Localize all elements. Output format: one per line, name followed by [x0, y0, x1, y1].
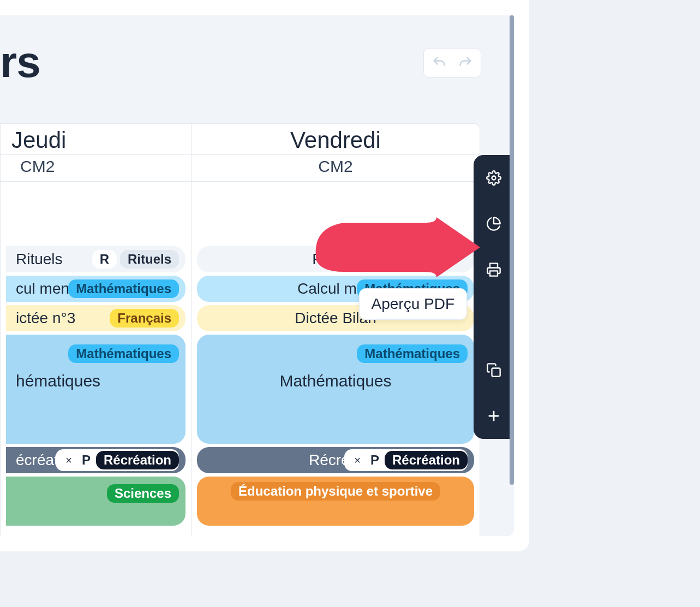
content-area: rs Jeudi CM2 Vendredi CM2: [0, 15, 514, 536]
page-title: rs: [0, 37, 40, 87]
friday-body: Rituels Calcul men Mathématiques Dictée …: [192, 182, 480, 536]
close-icon[interactable]: ×: [350, 454, 365, 467]
scrollbar-thumb[interactable]: [510, 15, 514, 485]
subject-tag: Sciences: [107, 484, 179, 503]
svg-point-0: [492, 176, 496, 180]
copy-button[interactable]: [482, 358, 506, 382]
badge-p: P: [365, 453, 385, 468]
subject-tag: Français: [110, 309, 179, 328]
recre-cluster: × P Récréation: [344, 449, 468, 471]
lesson-block-calcul[interactable]: cul men Mathématiques: [6, 276, 186, 302]
subject-tag: Mathématiques: [68, 344, 179, 363]
lesson-title: hématiques: [16, 372, 100, 390]
lesson-block-sciences[interactable]: Sciences: [6, 477, 186, 526]
lesson-block-maths[interactable]: Mathématiques hématiques: [6, 335, 186, 444]
badge-p: P: [76, 453, 96, 468]
subject-tag: Récréation: [385, 451, 468, 469]
lesson-title: cul men: [16, 280, 69, 297]
day-name: Vendredi: [192, 124, 480, 154]
lesson-block-dictee[interactable]: ictée n°3 Français: [6, 305, 186, 331]
lesson-title: ictée n°3: [16, 310, 75, 327]
lesson-block-recre[interactable]: écréat × P Récréation: [6, 447, 186, 473]
chart-button[interactable]: [482, 212, 506, 236]
class-label: CM2: [1, 154, 191, 181]
lesson-title: Mathématiques: [279, 372, 391, 390]
class-label: CM2: [192, 154, 480, 181]
lesson-block-maths[interactable]: Mathématiques Mathématiques: [197, 335, 474, 444]
lesson-block-rituels[interactable]: Rituels R Rituels: [6, 246, 186, 272]
lesson-title: Rituels: [312, 251, 359, 268]
day-column-friday: Vendredi CM2: [192, 124, 480, 181]
day-column-thursday: Jeudi CM2: [1, 124, 192, 181]
side-toolbar: [474, 155, 514, 439]
undo-button[interactable]: [426, 51, 452, 75]
timetable-body: Rituels R Rituels cul men Mathématiques: [1, 182, 480, 536]
recre-cluster: × P Récréation: [56, 449, 179, 471]
print-button[interactable]: [482, 258, 506, 282]
close-icon[interactable]: ×: [61, 454, 76, 467]
settings-button[interactable]: [482, 166, 506, 190]
subject-tag: Récréation: [96, 451, 179, 469]
lesson-block-rituels[interactable]: Rituels: [197, 246, 474, 272]
subject-tag: Rituels: [120, 250, 179, 269]
svg-rect-2: [492, 368, 500, 377]
timetable: Jeudi CM2 Vendredi CM2 Rituels R R: [0, 123, 480, 536]
svg-rect-1: [490, 271, 498, 276]
app-frame: rs Jeudi CM2 Vendredi CM2: [0, 0, 529, 551]
tooltip-pdf-preview: Aperçu PDF: [359, 288, 468, 320]
undo-redo-group: [423, 48, 481, 78]
lesson-title: écréat: [16, 451, 58, 469]
lesson-block-recre[interactable]: Récréat × P Récréation: [197, 447, 474, 473]
thursday-body: Rituels R Rituels cul men Mathématiques: [1, 182, 192, 536]
day-name: Jeudi: [1, 124, 191, 154]
badge-r: R: [92, 250, 117, 269]
scrollbar[interactable]: [510, 15, 514, 536]
subject-tag: Éducation physique et sportive: [231, 482, 440, 501]
redo-button[interactable]: [452, 51, 478, 75]
timetable-header: Jeudi CM2 Vendredi CM2: [1, 124, 480, 182]
lesson-title: Rituels: [16, 251, 63, 268]
subject-tag: Mathématiques: [357, 344, 468, 363]
subject-tag: Mathématiques: [68, 279, 179, 298]
lesson-block-eps[interactable]: Éducation physique et sportive: [197, 477, 474, 526]
add-button[interactable]: [482, 404, 506, 428]
